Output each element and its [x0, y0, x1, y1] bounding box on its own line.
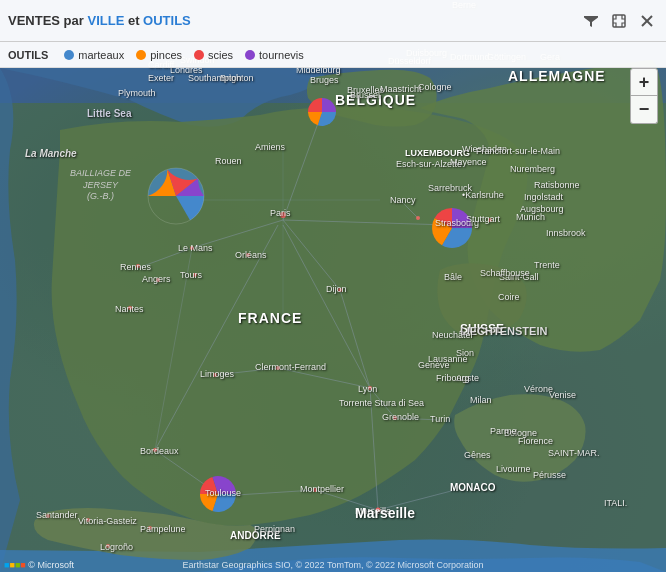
svg-point-43 — [46, 514, 50, 518]
svg-point-29 — [136, 264, 140, 268]
header: VENTES par VILLE et OUTILS — [0, 0, 666, 42]
svg-point-33 — [488, 218, 492, 222]
legend-item-pinces: pinces — [136, 49, 182, 61]
svg-point-26 — [368, 386, 372, 390]
pinces-label: pinces — [150, 49, 182, 61]
svg-point-37 — [213, 373, 217, 377]
svg-point-39 — [276, 366, 280, 370]
pinces-dot — [136, 50, 146, 60]
zoom-in-button[interactable]: + — [630, 68, 658, 96]
svg-point-23 — [280, 212, 286, 218]
zoom-out-button[interactable]: − — [630, 96, 658, 124]
tournevis-label: tournevis — [259, 49, 304, 61]
svg-point-42 — [193, 273, 197, 277]
expand-button[interactable] — [608, 10, 630, 32]
svg-point-45 — [106, 544, 110, 548]
legend-item-scies: scies — [194, 49, 233, 61]
scies-dot — [194, 50, 204, 60]
title-tools: OUTILS — [143, 13, 191, 28]
svg-rect-48 — [613, 15, 625, 27]
svg-point-34 — [313, 488, 317, 492]
svg-point-44 — [148, 526, 152, 530]
page-title: VENTES par VILLE et OUTILS — [8, 13, 580, 28]
label-jersey: BAILLIAGE DEJERSEY(G.-B.) — [70, 168, 131, 203]
legend-label: OUTILS — [8, 49, 48, 61]
title-prefix: VENTES par — [8, 13, 87, 28]
scies-label: scies — [208, 49, 233, 61]
title-connector: et — [124, 13, 143, 28]
svg-point-38 — [393, 416, 397, 420]
filter-button[interactable] — [580, 10, 602, 32]
svg-point-35 — [246, 253, 250, 257]
microsoft-text: © Microsoft — [28, 560, 74, 570]
legend-item-tournevis: tournevis — [245, 49, 304, 61]
map-svg — [0, 0, 666, 572]
tournevis-dot — [245, 50, 255, 60]
header-icons — [580, 10, 658, 32]
svg-point-25 — [376, 508, 381, 513]
microsoft-logo: ■■■■ © Microsoft — [4, 560, 74, 570]
legend-item-marteaux: marteaux — [64, 49, 124, 61]
title-city: VILLE — [87, 13, 124, 28]
close-button[interactable] — [636, 10, 658, 32]
zoom-controls: + − — [630, 68, 658, 124]
svg-point-40 — [190, 246, 194, 250]
svg-point-27 — [153, 448, 157, 452]
attribution: Earthstar Geographics SIO, © 2022 TomTom… — [182, 560, 483, 570]
svg-point-32 — [416, 216, 420, 220]
legend-bar: OUTILS marteaux pinces scies tournevis — [0, 42, 666, 68]
marteaux-label: marteaux — [78, 49, 124, 61]
map-container: VENTES par VILLE et OUTILS — [0, 0, 666, 572]
svg-point-46 — [86, 518, 90, 522]
marteaux-dot — [64, 50, 74, 60]
svg-point-30 — [128, 306, 132, 310]
svg-point-36 — [338, 288, 342, 292]
svg-point-41 — [156, 278, 160, 282]
